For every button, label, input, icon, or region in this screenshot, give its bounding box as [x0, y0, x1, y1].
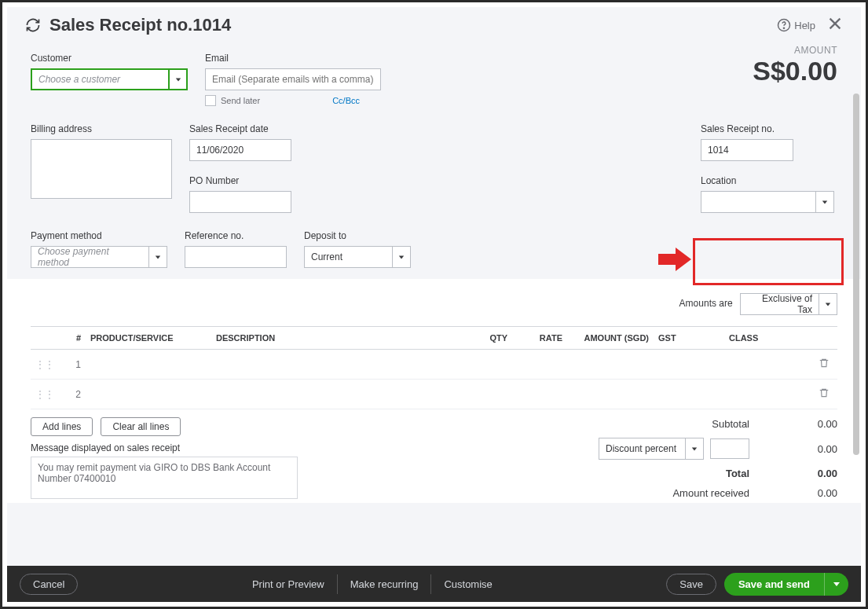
location-label: Location [701, 175, 834, 186]
chevron-down-icon[interactable] [169, 68, 188, 90]
message-label: Message displayed on sales receipt [31, 442, 507, 453]
svg-marker-6 [658, 248, 691, 271]
deposit-to-label: Deposit to [304, 230, 411, 241]
message-textarea[interactable]: You may remit payment via GIRO to DBS Ba… [31, 457, 298, 499]
billing-address-input[interactable] [31, 139, 172, 199]
svg-marker-10 [692, 447, 697, 450]
svg-marker-4 [175, 78, 180, 81]
amounts-are-row: Amounts are Exclusive of Tax [31, 293, 837, 315]
svg-point-1 [784, 28, 785, 28]
save-button[interactable]: Save [666, 574, 716, 595]
amounts-are-select[interactable]: Exclusive of Tax [740, 293, 837, 315]
reference-no-label: Reference no. [185, 230, 287, 241]
reference-no-input[interactable] [185, 246, 287, 268]
chevron-down-icon[interactable] [815, 191, 834, 213]
deposit-to-select[interactable]: Current [304, 246, 411, 268]
customise-button[interactable]: Customise [431, 574, 504, 594]
amount-display: AMOUNT S$0.00 [753, 45, 837, 86]
page-header: Sales Receipt no.1014 Help [7, 7, 861, 39]
clear-lines-button[interactable]: Clear all lines [101, 417, 181, 436]
chevron-down-icon[interactable] [685, 438, 704, 460]
grip-icon[interactable]: ⋮⋮ [31, 350, 59, 380]
receipt-date-label: Sales Receipt date [189, 123, 291, 134]
location-select[interactable] [701, 191, 834, 213]
email-label: Email [205, 53, 381, 64]
make-recurring-button[interactable]: Make recurring [338, 574, 432, 594]
svg-marker-7 [156, 255, 160, 259]
cancel-button[interactable]: Cancel [20, 574, 78, 595]
chevron-down-icon[interactable] [392, 246, 411, 268]
receipt-date-input[interactable] [189, 139, 291, 161]
svg-marker-9 [826, 303, 830, 306]
amount-value: S$0.00 [753, 56, 837, 86]
page-title: Sales Receipt no.1014 [49, 15, 777, 35]
chevron-down-icon[interactable] [819, 293, 837, 315]
email-input[interactable] [205, 68, 381, 90]
discount-percent-input[interactable] [710, 438, 749, 459]
close-icon[interactable] [826, 15, 844, 35]
chevron-down-icon[interactable] [824, 573, 848, 596]
receipt-no-input[interactable] [701, 139, 793, 161]
ccbcc-link[interactable]: Cc/Bcc [332, 96, 360, 105]
footer-bar: Cancel Print or Preview Make recurring C… [7, 566, 861, 602]
save-and-send-button[interactable]: Save and send [724, 573, 848, 596]
print-preview-button[interactable]: Print or Preview [240, 574, 338, 594]
svg-marker-11 [833, 582, 840, 586]
svg-marker-8 [399, 255, 404, 259]
customer-label: Customer [31, 53, 188, 64]
payment-method-select[interactable]: Choose payment method [31, 246, 167, 268]
recurring-icon [24, 17, 42, 34]
customer-select[interactable]: Choose a customer [31, 68, 188, 90]
po-number-label: PO Number [189, 175, 291, 186]
location-highlight [693, 238, 844, 285]
add-lines-button[interactable]: Add lines [31, 417, 93, 436]
send-later-checkbox[interactable] [205, 95, 216, 106]
chevron-down-icon[interactable] [148, 246, 167, 268]
svg-marker-5 [822, 200, 827, 204]
billing-address-label: Billing address [31, 123, 172, 134]
help-link[interactable]: Help [777, 18, 815, 32]
po-number-input[interactable] [189, 191, 291, 213]
payment-method-label: Payment method [31, 230, 167, 241]
discount-select[interactable]: Discount percent [599, 438, 704, 460]
receipt-no-label: Sales Receipt no. [701, 123, 834, 134]
arrow-icon [658, 248, 691, 274]
grip-icon[interactable]: ⋮⋮ [31, 380, 59, 409]
